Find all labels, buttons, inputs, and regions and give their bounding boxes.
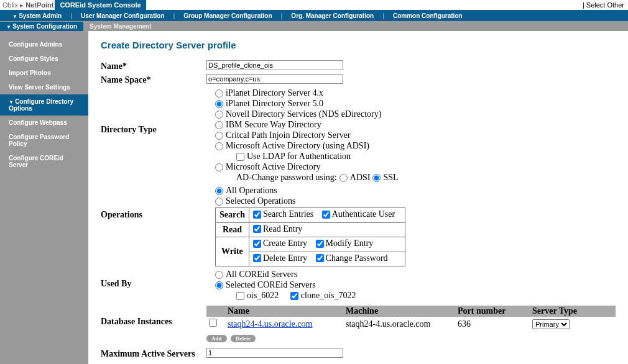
db-machine: staqh24-4.us.oracle.com: [346, 319, 458, 329]
name-label: Name*: [101, 60, 206, 71]
add-button[interactable]: Add: [206, 335, 227, 342]
namespace-label: Name Space*: [101, 74, 206, 85]
db-header: Name Machine Port number Server Type: [206, 306, 616, 317]
ops-all-radio[interactable]: [215, 187, 223, 195]
sidebar-configure-directory-options[interactable]: Configure Directory Options: [0, 94, 88, 116]
main-nav: System Admin| User Manager Configuration…: [0, 10, 628, 21]
sidebar: Configure Admins Configure Styles Import…: [0, 31, 88, 364]
sidebar-import-photos[interactable]: Import Photos: [0, 66, 88, 80]
db-type-select[interactable]: Primary: [532, 319, 570, 329]
read-entry-checkbox[interactable]: [253, 225, 261, 233]
maxactive-input[interactable]: [206, 348, 343, 358]
dirtype-radio-2[interactable]: [215, 111, 223, 119]
name-input[interactable]: [206, 60, 343, 70]
nav-org-mgr[interactable]: Org. Manager Configuration: [282, 12, 382, 19]
search-entries-checkbox[interactable]: [253, 211, 261, 219]
sidebar-configure-webpass[interactable]: Configure Webpass: [0, 116, 88, 130]
adchange-ssl-radio[interactable]: [372, 174, 381, 182]
db-label: Database Instances: [101, 303, 206, 327]
db-name-link[interactable]: staqh24-4.us.oracle.com: [228, 319, 312, 329]
ops-sel-radio[interactable]: [215, 198, 223, 206]
dirtype-radio-5[interactable]: [215, 142, 223, 150]
usedby-all-radio[interactable]: [215, 271, 223, 279]
ops-label: Operations: [101, 185, 206, 220]
subnav-system-mgmt[interactable]: System Management: [83, 22, 157, 31]
sidebar-configure-styles[interactable]: Configure Styles: [0, 52, 88, 66]
dirtype-radio-msad[interactable]: [215, 163, 223, 171]
usedby-sel-radio[interactable]: [215, 281, 223, 289]
db-row-checkbox[interactable]: [209, 319, 217, 327]
delete-button[interactable]: Delete: [231, 335, 256, 342]
dirtype-label: Directory Type: [101, 88, 206, 135]
usedby-clone-checkbox[interactable]: [290, 292, 298, 300]
tab-coreid[interactable]: COREid System Console: [55, 0, 145, 10]
sub-nav: System Configuration System Management: [0, 21, 628, 31]
dirtype-radio-1[interactable]: [215, 100, 223, 108]
adchange-adsi-radio[interactable]: [339, 174, 348, 182]
sidebar-view-server-settings[interactable]: View Server Settings: [0, 80, 88, 94]
usedby-label: Used By: [101, 269, 206, 289]
subnav-system-config[interactable]: System Configuration: [0, 22, 83, 31]
nav-group-mgr[interactable]: Group Manager Configuration: [175, 12, 280, 19]
ops-table: Search Search Entries Authenticate User …: [215, 207, 405, 266]
nav-common[interactable]: Common Configuration: [384, 12, 471, 19]
nav-user-mgr[interactable]: User Manager Configuration: [72, 12, 173, 19]
page-title: Create Directory Server profile: [101, 40, 616, 50]
sidebar-configure-admins[interactable]: Configure Admins: [0, 37, 88, 52]
dirtype-radio-0[interactable]: [215, 89, 223, 98]
dirtype-radio-3[interactable]: [215, 121, 223, 129]
change-pw-checkbox[interactable]: [316, 254, 324, 262]
create-entry-checkbox[interactable]: [253, 240, 261, 248]
sidebar-configure-coreid-server[interactable]: Configure COREid Server: [0, 151, 88, 172]
dirtype-radio-4[interactable]: [215, 132, 223, 140]
nav-system-admin[interactable]: System Admin: [4, 12, 70, 19]
sidebar-configure-password-policy[interactable]: Configure Password Policy: [0, 130, 88, 151]
db-row: staqh24-4.us.oracle.com staqh24-4.us.ora…: [206, 317, 616, 331]
modify-entry-checkbox[interactable]: [316, 240, 324, 248]
select-other-link[interactable]: | Select Other: [583, 1, 628, 9]
brand: Oblix ▸ NetPoint: [0, 1, 53, 9]
maxactive-label: Maximum Active Servers: [101, 348, 206, 359]
usedby-ois-checkbox[interactable]: [236, 292, 244, 300]
ldap-auth-checkbox[interactable]: [236, 153, 244, 161]
delete-entry-checkbox[interactable]: [253, 254, 261, 262]
auth-user-checkbox[interactable]: [322, 211, 330, 219]
db-port: 636: [458, 319, 532, 329]
namespace-input[interactable]: [206, 74, 343, 84]
